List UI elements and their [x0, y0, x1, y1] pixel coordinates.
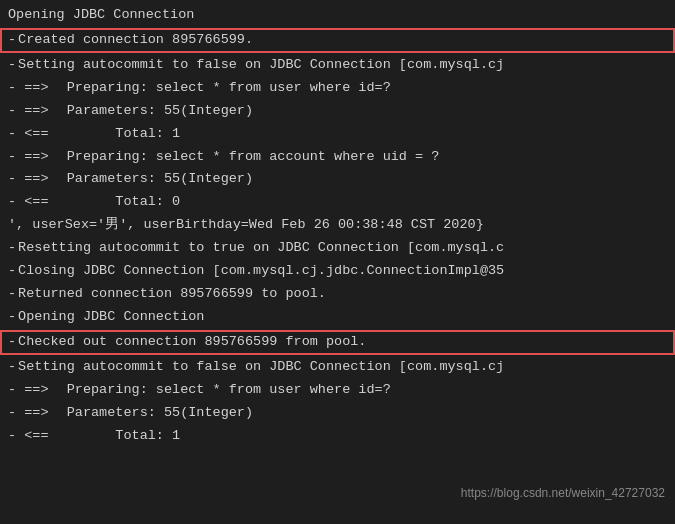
log-text: Setting autocommit to false on JDBC Conn… [18, 357, 504, 378]
log-text: Checked out connection 895766599 from po… [18, 332, 366, 353]
log-text: Preparing: select * from user where id=? [51, 380, 391, 401]
log-line-13: - Opening JDBC Connection [0, 306, 675, 329]
console-output: Opening JDBC Connection - Created connec… [0, 0, 675, 524]
log-line-2: - Setting autocommit to false on JDBC Co… [0, 54, 675, 77]
log-text: Total: 1 [51, 124, 181, 145]
log-line-4: - ==> Parameters: 55(Integer) [0, 100, 675, 123]
log-line-18: - <== Total: 1 [0, 425, 675, 448]
log-line-8: - <== Total: 0 [0, 191, 675, 214]
log-prefix: - ==> [8, 403, 49, 424]
log-text: Preparing: select * from account where u… [51, 147, 440, 168]
log-prefix: - ==> [8, 101, 49, 122]
log-prefix: - ==> [8, 147, 49, 168]
log-text: Parameters: 55(Integer) [51, 169, 254, 190]
log-text: Opening JDBC Connection [18, 307, 204, 328]
log-text: Preparing: select * from user where id=? [51, 78, 391, 99]
log-text: Returned connection 895766599 to pool. [18, 284, 326, 305]
log-prefix: - [8, 261, 16, 282]
log-text: Created connection 895766599. [18, 30, 253, 51]
log-text: Parameters: 55(Integer) [51, 403, 254, 424]
log-text: Total: 0 [51, 192, 181, 213]
log-prefix: - <== [8, 192, 49, 213]
log-line-15: - Setting autocommit to false on JDBC Co… [0, 356, 675, 379]
log-line-5: - <== Total: 1 [0, 123, 675, 146]
log-line-highlighted-1: - Created connection 895766599. [0, 28, 675, 53]
log-text: ', userSex='男', userBirthday=Wed Feb 26 … [8, 215, 484, 236]
log-line-11: - Closing JDBC Connection [com.mysql.cj.… [0, 260, 675, 283]
log-line-12: - Returned connection 895766599 to pool. [0, 283, 675, 306]
log-prefix: - [8, 357, 16, 378]
log-line-17: - ==> Parameters: 55(Integer) [0, 402, 675, 425]
log-line-7: - ==> Parameters: 55(Integer) [0, 168, 675, 191]
log-text: Total: 1 [51, 426, 181, 447]
log-text: Closing JDBC Connection [com.mysql.cj.jd… [18, 261, 504, 282]
log-line-10: - Resetting autocommit to true on JDBC C… [0, 237, 675, 260]
log-line-16: - ==> Preparing: select * from user wher… [0, 379, 675, 402]
watermark: https://blog.csdn.net/weixin_42727032 [461, 486, 665, 500]
log-prefix: - ==> [8, 380, 49, 401]
log-line-9: ', userSex='男', userBirthday=Wed Feb 26 … [0, 214, 675, 237]
log-text: Opening JDBC Connection [8, 7, 194, 22]
log-prefix: - ==> [8, 78, 49, 99]
log-text: Resetting autocommit to true on JDBC Con… [18, 238, 504, 259]
log-line-highlighted-2: - Checked out connection 895766599 from … [0, 330, 675, 355]
log-line-partial: Opening JDBC Connection [0, 4, 675, 27]
log-prefix: - [8, 238, 16, 259]
log-prefix: - [8, 30, 16, 51]
log-prefix: - [8, 307, 16, 328]
log-text: Setting autocommit to false on JDBC Conn… [18, 55, 504, 76]
log-line-3: - ==> Preparing: select * from user wher… [0, 77, 675, 100]
log-prefix: - ==> [8, 169, 49, 190]
log-line-6: - ==> Preparing: select * from account w… [0, 146, 675, 169]
log-prefix: - [8, 284, 16, 305]
log-prefix: - [8, 55, 16, 76]
log-text: Parameters: 55(Integer) [51, 101, 254, 122]
log-prefix: - <== [8, 426, 49, 447]
log-prefix: - [8, 332, 16, 353]
log-prefix: - <== [8, 124, 49, 145]
